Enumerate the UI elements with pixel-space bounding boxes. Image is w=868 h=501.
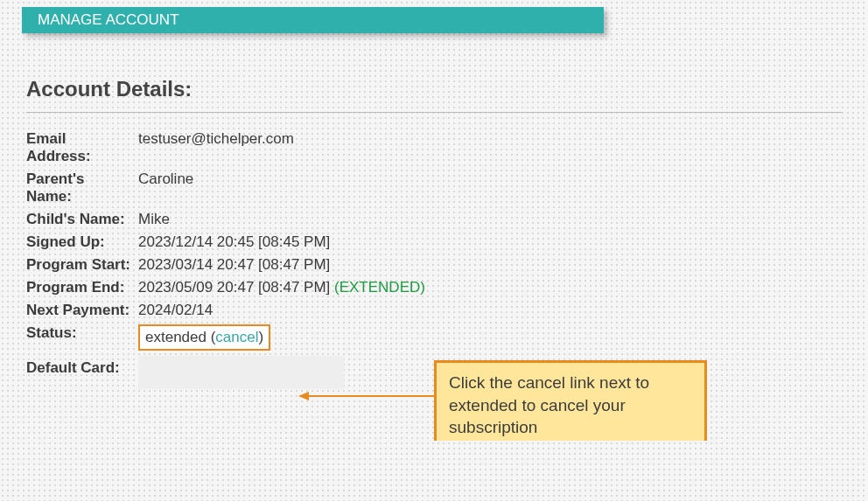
card-redacted (138, 356, 344, 389)
row-child: Child's Name: Mike (26, 211, 842, 228)
program-end-value: 2023/05/09 20:47 [08:47 PM] (EXTENDED) (138, 279, 842, 296)
program-start-value: 2023/03/14 20:47 [08:47 PM] (138, 256, 842, 274)
status-label: Status: (26, 324, 138, 342)
program-end-date: 2023/05/09 20:47 [08:47 PM] (138, 279, 334, 296)
signed-up-label: Signed Up: (26, 233, 138, 251)
annotation-callout: Click the cancel link next to extended t… (434, 360, 707, 441)
row-email: Email Address: testuser@tichelper.com (26, 130, 842, 165)
program-start-label: Program Start: (26, 256, 138, 274)
status-suffix: ) (258, 329, 263, 345)
row-status: Status: extended (cancel) (26, 324, 842, 351)
program-end-label: Program End: (26, 279, 138, 296)
status-highlight: extended (cancel) (138, 324, 270, 351)
parent-value: Caroline (138, 170, 842, 188)
account-details: Email Address: testuser@tichelper.com Pa… (26, 130, 842, 393)
status-value-wrap: extended (cancel) (138, 324, 842, 351)
status-prefix: extended ( (145, 329, 215, 345)
child-value: Mike (138, 211, 842, 228)
next-payment-label: Next Payment: (26, 302, 138, 319)
program-end-extended: (EXTENDED) (334, 279, 425, 296)
row-program-start: Program Start: 2023/03/14 20:47 [08:47 P… (26, 256, 842, 274)
default-card-label: Default Card: (26, 359, 138, 377)
parent-label: Parent's Name: (26, 170, 138, 205)
row-next-payment: Next Payment: 2024/02/14 (26, 302, 842, 319)
divider (26, 112, 842, 113)
next-payment-value: 2024/02/14 (138, 302, 842, 319)
child-label: Child's Name: (26, 211, 138, 228)
account-details-title: Account Details: (26, 77, 842, 101)
row-signed-up: Signed Up: 2023/12/14 20:45 [08:45 PM] (26, 233, 842, 251)
row-parent: Parent's Name: Caroline (26, 170, 842, 205)
manage-account-header: MANAGE ACCOUNT (22, 7, 604, 33)
email-value: testuser@tichelper.com (138, 130, 842, 148)
page-container: MANAGE ACCOUNT Account Details: Email Ad… (7, 7, 861, 434)
row-program-end: Program End: 2023/05/09 20:47 [08:47 PM]… (26, 279, 842, 296)
email-label: Email Address: (26, 130, 138, 165)
cancel-link[interactable]: cancel (215, 329, 258, 345)
signed-up-value: 2023/12/14 20:45 [08:45 PM] (138, 233, 842, 251)
